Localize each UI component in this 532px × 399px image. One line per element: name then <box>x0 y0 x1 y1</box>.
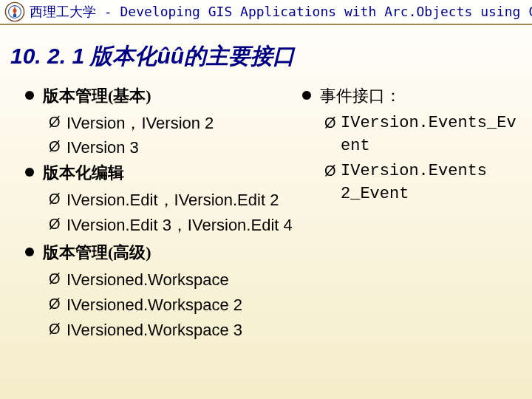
list-item: IVersioned.Workspace <box>25 269 302 291</box>
section-heading: 事件接口： <box>302 85 532 108</box>
right-column: 事件接口： IVersion.Events_Event IVersion.Eve… <box>302 85 532 344</box>
university-logo-icon <box>4 1 25 22</box>
slide-title: 10. 2. 1 版本化ûû的主要接口 <box>10 41 532 72</box>
list-item: IVersion.Events_Event <box>302 112 532 158</box>
list-item: IVersion.Edit 3，IVersion.Edit 4 <box>25 214 302 236</box>
slide-content: 版本管理(基本) IVersion，IVersion 2 IVersion 3 … <box>0 85 532 344</box>
list-item: IVersion.Edit，IVersion.Edit 2 <box>25 189 302 211</box>
svg-rect-2 <box>13 14 16 17</box>
section-heading: 版本管理(基本) <box>25 85 302 108</box>
list-item: IVersion，IVersion 2 <box>25 112 302 134</box>
list-item: IVersioned.Workspace 2 <box>25 294 302 316</box>
list-item: IVersion.Events 2_Event <box>302 160 532 206</box>
university-name: 西理工大学 <box>30 4 96 19</box>
header-separator: - <box>96 4 120 19</box>
list-item: IVersion 3 <box>25 137 302 159</box>
course-title: Developing GIS Applications with Arc.Obj… <box>120 4 532 19</box>
section-heading: 版本管理(高级) <box>25 242 302 265</box>
slide-header: 西理工大学 - Developing GIS Applications with… <box>0 0 532 25</box>
section-heading: 版本化编辑 <box>25 162 302 185</box>
list-item: IVersioned.Workspace 3 <box>25 319 302 341</box>
left-column: 版本管理(基本) IVersion，IVersion 2 IVersion 3 … <box>25 85 302 344</box>
header-text: 西理工大学 - Developing GIS Applications with… <box>30 3 532 21</box>
